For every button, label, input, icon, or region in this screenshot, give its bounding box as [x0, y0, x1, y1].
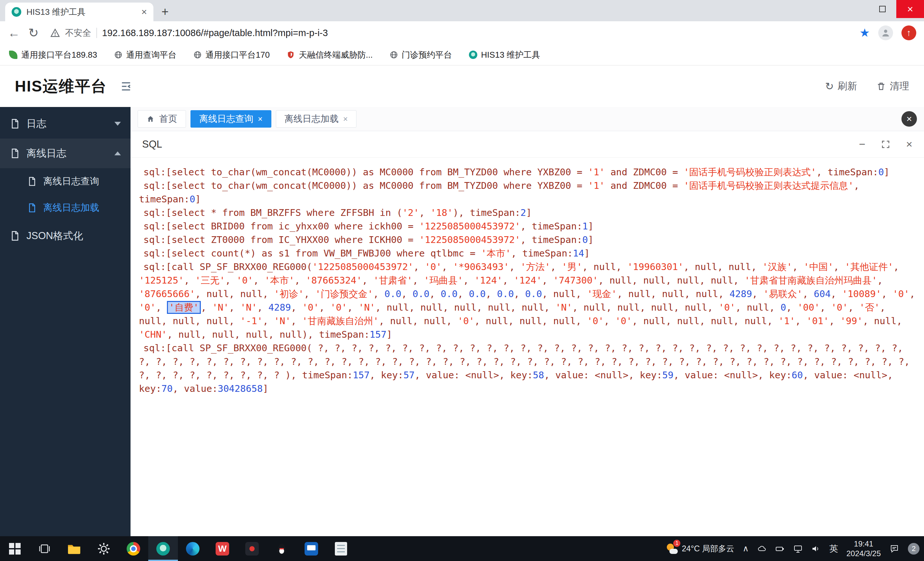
trash-icon: [876, 81, 886, 91]
chevron-down-icon: [114, 122, 121, 126]
bookmark-item[interactable]: 通用接口平台189.83: [9, 49, 98, 61]
task-view-button[interactable]: [30, 536, 59, 561]
panel-fullscreen-icon[interactable]: [881, 140, 891, 149]
browser-update-badge[interactable]: [902, 26, 916, 40]
input-language-indicator[interactable]: 英: [829, 543, 838, 555]
sql-segment: '本市': [481, 248, 511, 259]
back-button[interactable]: [8, 27, 20, 39]
wps-icon: [216, 542, 229, 555]
sidebar-collapse-button[interactable]: [120, 80, 132, 93]
volume-icon[interactable]: [811, 544, 821, 554]
close-all-tabs-button[interactable]: [902, 111, 917, 127]
sql-log-entry: sql:[select to_char(wm_concat(MC0000)) a…: [139, 165, 916, 179]
sql-segment: , null, null, null,: [617, 288, 729, 299]
browser-tab-close-icon[interactable]: [141, 7, 147, 17]
file-explorer-button[interactable]: [59, 536, 89, 561]
tab-close-icon[interactable]: [343, 115, 348, 123]
refresh-icon: [825, 80, 834, 93]
panel-close-icon[interactable]: [906, 138, 912, 150]
chrome-button[interactable]: [118, 536, 148, 561]
window-minimize-button[interactable]: [841, 0, 868, 18]
sql-segment: ,: [414, 261, 425, 272]
sql-segment: '747300': [553, 275, 598, 286]
tab-home[interactable]: 首页: [138, 110, 186, 128]
tab-close-icon[interactable]: [258, 115, 262, 123]
sql-segment: ,: [362, 275, 373, 286]
new-tab-button[interactable]: +: [157, 3, 173, 20]
sql-segment: , null, null, null, null,: [598, 275, 744, 286]
sidebar-item-json-format[interactable]: JSON格式化: [0, 221, 130, 251]
sql-segment: ,: [604, 315, 615, 326]
browser-tab[interactable]: HIS13 维护工具: [5, 3, 153, 21]
sql-segment: 30428658: [218, 383, 262, 394]
sql-segment: '*9063493': [453, 261, 509, 272]
sql-segment: '易联众': [763, 288, 802, 299]
settings-button[interactable]: [89, 536, 118, 561]
browser-tab-title: HIS13 维护工具: [26, 6, 136, 18]
sql-segment: '现金': [587, 288, 617, 299]
taskbar-apps: [0, 536, 356, 561]
sql-segment: ,: [419, 207, 430, 218]
battery-icon[interactable]: [775, 544, 785, 554]
document-icon: [10, 118, 20, 129]
address-bar[interactable]: 不安全 192.168.189.187:10086/#page/table.ht…: [47, 24, 851, 42]
sql-segment: '否': [859, 302, 880, 313]
url-text[interactable]: 192.168.189.187:10086/#page/table.html?m…: [102, 28, 328, 38]
panel-minimize-icon[interactable]: [859, 138, 866, 150]
sidebar-item-offline-logs[interactable]: 离线日志: [0, 138, 130, 168]
sidebar-item-offline-log-load[interactable]: 离线日志加载: [0, 195, 130, 221]
profile-avatar[interactable]: [878, 26, 893, 40]
weather-widget[interactable]: 1 24°C 局部多云: [666, 543, 734, 555]
sidebar-item-logs[interactable]: 日志: [0, 109, 130, 138]
tab-offline-log-load[interactable]: 离线日志加载: [276, 110, 357, 128]
cloud-icon[interactable]: [757, 544, 767, 554]
bookmark-label: 通用查询平台: [126, 49, 177, 61]
sql-segment: ,: [848, 302, 859, 313]
sql-segment: ,: [229, 302, 240, 313]
bookmark-item[interactable]: 门诊预约平台: [390, 49, 452, 61]
bookmark-item[interactable]: 通用查询平台: [114, 49, 177, 61]
his-tool-button[interactable]: [148, 536, 178, 561]
start-button[interactable]: [0, 536, 30, 561]
tray-chevron-up-icon[interactable]: [742, 544, 748, 554]
globe-icon: [390, 51, 398, 59]
notes-app-button[interactable]: [326, 536, 356, 561]
sql-segment: '玛曲县': [424, 275, 463, 286]
window-controls: [841, 0, 924, 18]
network-icon[interactable]: [793, 544, 803, 554]
sql-segment: ]: [588, 221, 593, 232]
sql-segment: sql:[select * from BM_BRZFFS where ZFFSB…: [143, 207, 402, 218]
action-center-icon[interactable]: [889, 544, 900, 554]
sql-segment: 0.0: [469, 288, 486, 299]
sidebar-item-label: 离线日志: [26, 147, 66, 160]
wps-button[interactable]: [207, 536, 237, 561]
bookmark-item[interactable]: 天融信终端威胁防...: [286, 49, 373, 61]
window-close-button[interactable]: [896, 0, 924, 18]
bookmark-star-icon[interactable]: [860, 26, 870, 40]
qq-button[interactable]: [267, 536, 297, 561]
bookmark-item[interactable]: 通用接口平台170: [194, 49, 270, 61]
sql-log-entry: sql:[select * from BM_BRZFFS where ZFFSB…: [139, 206, 916, 219]
reload-button[interactable]: [28, 27, 39, 39]
sql-segment: '124': [514, 275, 542, 286]
leaf-icon: [9, 51, 17, 59]
security-app-button[interactable]: [237, 536, 267, 561]
sql-segment: '-1': [240, 315, 262, 326]
edge-button[interactable]: [178, 536, 207, 561]
main-area: 首页 离线日志查询 离线日志加载 SQL: [130, 107, 924, 536]
sidebar-item-offline-log-query[interactable]: 离线日志查询: [0, 168, 130, 195]
window-maximize-button[interactable]: [868, 0, 896, 18]
refresh-button[interactable]: 刷新: [825, 80, 857, 93]
sql-segment: ,: [802, 288, 814, 299]
tab-offline-log-query[interactable]: 离线日志查询: [190, 110, 272, 128]
sql-segment: ,: [156, 302, 167, 313]
clean-button[interactable]: 清理: [876, 80, 909, 93]
sql-log-entry: sql:[call SP_SF_BRXX00_REG000( ?, ?, ?, …: [139, 341, 916, 395]
clock[interactable]: 19:41 2024/3/25: [846, 539, 881, 558]
floating-badge[interactable]: 2: [908, 543, 920, 555]
remote-app-button[interactable]: [297, 536, 326, 561]
security-label[interactable]: 不安全: [65, 27, 91, 39]
sql-segment: ]: [884, 166, 890, 177]
bookmark-item[interactable]: HIS13 维护工具: [469, 49, 540, 61]
sql-segment: '18': [430, 207, 453, 218]
